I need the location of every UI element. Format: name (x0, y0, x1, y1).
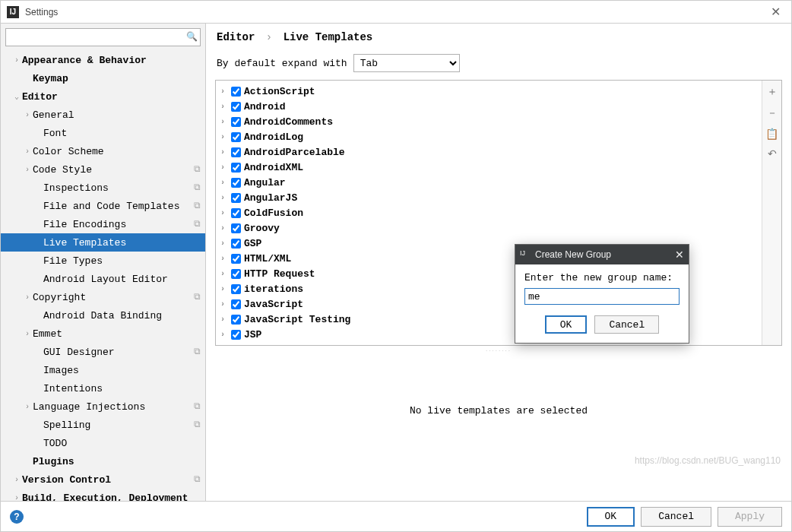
template-group[interactable]: ›AndroidComments (216, 114, 762, 129)
template-label: Groovy (244, 223, 280, 234)
sidebar-item-intentions[interactable]: Intentions (1, 379, 205, 397)
template-checkbox[interactable] (231, 102, 241, 112)
template-checkbox[interactable] (231, 117, 241, 127)
gear-icon: ⧉ (194, 420, 201, 430)
chevron-right-icon: › (220, 270, 228, 278)
sidebar-item-label: General (33, 109, 74, 121)
close-icon[interactable]: ✕ (766, 5, 785, 19)
sidebar-item-copyright[interactable]: ›Copyright⧉ (1, 288, 205, 306)
template-group[interactable]: ›Android (216, 99, 762, 114)
undo-icon[interactable]: ↶ (768, 147, 777, 160)
chevron-right-icon: › (220, 331, 228, 339)
template-checkbox[interactable] (231, 239, 241, 249)
sidebar-item-label: Plugins (33, 456, 74, 467)
close-icon[interactable]: ✕ (675, 249, 684, 261)
template-label: ActionScript (244, 86, 315, 97)
template-checkbox[interactable] (231, 178, 241, 188)
template-group[interactable]: ›AndroidLog (216, 129, 762, 144)
template-checkbox[interactable] (231, 193, 241, 203)
sidebar-item-images[interactable]: Images (1, 361, 205, 379)
template-checkbox[interactable] (231, 315, 241, 325)
chevron-right-icon: › (220, 87, 228, 96)
remove-icon[interactable]: － (767, 106, 778, 120)
sidebar-item-spelling[interactable]: Spelling⧉ (1, 416, 205, 434)
sidebar-item-emmet[interactable]: ›Emmet (1, 325, 205, 343)
add-icon[interactable]: ＋ (767, 85, 778, 99)
cancel-button[interactable]: Cancel (641, 507, 711, 527)
sidebar-item-code-style[interactable]: ›Code Style⧉ (1, 160, 205, 179)
template-label: JavaScript Testing (244, 314, 350, 325)
sidebar-item-general[interactable]: ›General (1, 106, 205, 124)
gear-icon: ⧉ (194, 474, 201, 485)
template-checkbox[interactable] (231, 163, 241, 173)
template-group[interactable]: ›AndroidParcelable (216, 144, 762, 160)
template-group[interactable]: ›AngularJS (216, 190, 762, 205)
gear-icon: ⧉ (194, 201, 201, 211)
sidebar-item-appearance-behavior[interactable]: ›Appearance & Behavior (1, 51, 205, 69)
sidebar-item-live-templates[interactable]: Live Templates (1, 233, 205, 252)
template-checkbox[interactable] (231, 147, 241, 157)
chevron-right-icon: › (220, 239, 228, 248)
template-checkbox[interactable] (231, 87, 241, 97)
sidebar-item-file-types[interactable]: File Types (1, 252, 205, 270)
gear-icon: ⧉ (194, 182, 201, 193)
sidebar-item-keymap[interactable]: Keymap (1, 69, 205, 87)
template-checkbox[interactable] (231, 299, 241, 309)
sidebar-item-label: GUI Designer (43, 347, 115, 358)
sidebar-item-label: Android Data Binding (43, 310, 162, 321)
sidebar-item-inspections[interactable]: Inspections⧉ (1, 179, 205, 197)
group-name-input[interactable] (524, 288, 680, 305)
chevron-icon: › (11, 494, 22, 502)
template-group[interactable]: ›AndroidXML (216, 160, 762, 175)
sidebar-item-build-execution-deployment[interactable]: ›Build, Execution, Deployment (1, 489, 205, 501)
sidebar-item-plugins[interactable]: Plugins (1, 452, 205, 470)
expand-select[interactable]: Tab (353, 54, 460, 72)
template-checkbox[interactable] (231, 345, 241, 346)
ok-button[interactable]: OK (587, 507, 635, 527)
sidebar-item-language-injections[interactable]: ›Language Injections⧉ (1, 397, 205, 416)
template-checkbox[interactable] (231, 132, 241, 142)
dialog-title: Create New Group (535, 249, 611, 260)
apply-button[interactable]: Apply (718, 507, 782, 527)
window-title: Settings (25, 7, 766, 17)
sidebar-item-label: File and Code Templates (43, 201, 179, 212)
template-checkbox[interactable] (231, 330, 241, 340)
template-group[interactable]: ›Angular (216, 175, 762, 190)
sidebar-item-todo[interactable]: TODO (1, 434, 205, 452)
sidebar-item-label: Intentions (43, 383, 103, 394)
template-group[interactable]: ›ColdFusion (216, 205, 762, 220)
template-checkbox[interactable] (231, 223, 241, 233)
sidebar-item-android-layout-editor[interactable]: Android Layout Editor (1, 270, 205, 288)
sidebar-item-file-encodings[interactable]: File Encodings⧉ (1, 215, 205, 233)
template-group[interactable]: ›ActionScript (216, 84, 762, 99)
sidebar-item-version-control[interactable]: ›Version Control⧉ (1, 470, 205, 489)
expand-label: By default expand with (217, 58, 347, 69)
template-label: HTML/XML (244, 253, 291, 264)
sidebar-item-gui-designer[interactable]: GUI Designer⧉ (1, 343, 205, 361)
sidebar-item-file-and-code-templates[interactable]: File and Code Templates⧉ (1, 197, 205, 215)
sidebar-item-editor[interactable]: ⌄Editor (1, 87, 205, 106)
sidebar-item-label: Build, Execution, Deployment (22, 492, 188, 502)
settings-tree[interactable]: ›Appearance & BehaviorKeymap⌄Editor›Gene… (1, 51, 205, 501)
template-checkbox[interactable] (231, 254, 241, 264)
dialog-cancel-button[interactable]: Cancel (594, 315, 659, 334)
template-checkbox[interactable] (231, 284, 241, 294)
chevron-right-icon: › (220, 315, 228, 324)
template-checkbox[interactable] (231, 208, 241, 218)
help-icon[interactable]: ? (10, 510, 24, 524)
copy-icon[interactable]: 📋 (765, 128, 778, 140)
sidebar-item-android-data-binding[interactable]: Android Data Binding (1, 306, 205, 325)
empty-message: No live templates are selected (206, 352, 791, 432)
sidebar-item-color-scheme[interactable]: ›Color Scheme (1, 142, 205, 160)
template-group[interactable]: ›Groovy (216, 220, 762, 236)
template-checkbox[interactable] (231, 269, 241, 279)
dialog-ok-button[interactable]: OK (545, 315, 588, 334)
sidebar-item-label: Version Control (22, 474, 111, 486)
sidebar-item-label: Live Templates (43, 237, 126, 249)
sidebar-item-label: Inspections (43, 182, 109, 194)
search-input[interactable] (5, 28, 201, 46)
breadcrumb-root: Editor (217, 31, 255, 43)
resize-grip[interactable]: ........ (206, 346, 791, 352)
sidebar-item-font[interactable]: Font (1, 124, 205, 142)
chevron-icon: › (22, 403, 33, 411)
